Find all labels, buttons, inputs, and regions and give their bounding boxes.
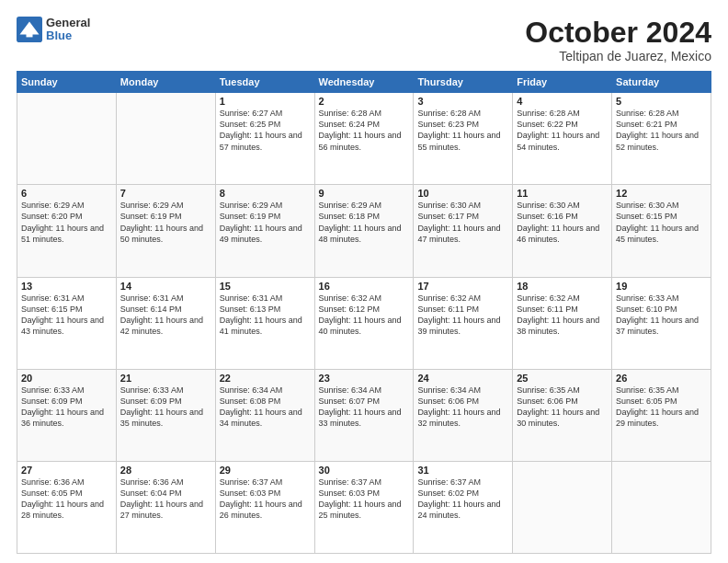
day-info: Sunrise: 6:29 AM Sunset: 6:18 PM Dayligh…	[319, 200, 410, 245]
calendar-week-1: 1Sunrise: 6:27 AM Sunset: 6:25 PM Daylig…	[17, 93, 711, 185]
day-info: Sunrise: 6:33 AM Sunset: 6:09 PM Dayligh…	[21, 385, 112, 430]
calendar-week-5: 27Sunrise: 6:36 AM Sunset: 6:05 PM Dayli…	[17, 461, 711, 553]
day-number: 16	[319, 281, 410, 292]
header-friday: Friday	[513, 72, 612, 93]
day-info: Sunrise: 6:34 AM Sunset: 6:08 PM Dayligh…	[220, 385, 311, 430]
day-info: Sunrise: 6:33 AM Sunset: 6:10 PM Dayligh…	[616, 293, 707, 338]
calendar-title: October 2024	[525, 17, 711, 49]
day-number: 30	[319, 465, 410, 476]
day-number: 18	[517, 281, 608, 292]
day-info: Sunrise: 6:32 AM Sunset: 6:12 PM Dayligh…	[319, 293, 410, 338]
day-info: Sunrise: 6:31 AM Sunset: 6:15 PM Dayligh…	[21, 293, 112, 338]
calendar-cell: 2Sunrise: 6:28 AM Sunset: 6:24 PM Daylig…	[314, 93, 414, 185]
calendar-cell: 16Sunrise: 6:32 AM Sunset: 6:12 PM Dayli…	[314, 277, 414, 369]
logo-text: General Blue	[46, 17, 90, 43]
header-wednesday: Wednesday	[314, 72, 414, 93]
calendar-cell: 27Sunrise: 6:36 AM Sunset: 6:05 PM Dayli…	[17, 461, 117, 553]
calendar-cell: 6Sunrise: 6:29 AM Sunset: 6:20 PM Daylig…	[17, 185, 117, 277]
day-info: Sunrise: 6:36 AM Sunset: 6:05 PM Dayligh…	[21, 477, 112, 522]
day-number: 13	[21, 281, 112, 292]
header-row: Sunday Monday Tuesday Wednesday Thursday…	[17, 72, 711, 93]
calendar-cell	[116, 93, 215, 185]
calendar-cell: 21Sunrise: 6:33 AM Sunset: 6:09 PM Dayli…	[116, 369, 215, 461]
day-info: Sunrise: 6:28 AM Sunset: 6:21 PM Dayligh…	[616, 108, 707, 153]
calendar-cell: 12Sunrise: 6:30 AM Sunset: 6:15 PM Dayli…	[612, 185, 711, 277]
title-block: October 2024 Teltipan de Juarez, Mexico	[525, 17, 711, 63]
day-info: Sunrise: 6:34 AM Sunset: 6:07 PM Dayligh…	[319, 385, 410, 430]
day-info: Sunrise: 6:37 AM Sunset: 6:02 PM Dayligh…	[417, 477, 508, 522]
day-info: Sunrise: 6:37 AM Sunset: 6:03 PM Dayligh…	[319, 477, 410, 522]
calendar-cell: 5Sunrise: 6:28 AM Sunset: 6:21 PM Daylig…	[612, 93, 711, 185]
day-info: Sunrise: 6:30 AM Sunset: 6:15 PM Dayligh…	[616, 200, 707, 245]
calendar-cell: 3Sunrise: 6:28 AM Sunset: 6:23 PM Daylig…	[414, 93, 513, 185]
day-info: Sunrise: 6:28 AM Sunset: 6:23 PM Dayligh…	[417, 108, 508, 153]
day-info: Sunrise: 6:29 AM Sunset: 6:19 PM Dayligh…	[120, 200, 211, 245]
day-info: Sunrise: 6:34 AM Sunset: 6:06 PM Dayligh…	[417, 385, 508, 430]
calendar-cell: 30Sunrise: 6:37 AM Sunset: 6:03 PM Dayli…	[314, 461, 414, 553]
day-number: 14	[120, 281, 211, 292]
logo-general: General	[46, 17, 90, 29]
day-number: 28	[120, 465, 211, 476]
day-number: 27	[21, 465, 112, 476]
calendar-cell: 7Sunrise: 6:29 AM Sunset: 6:19 PM Daylig…	[116, 185, 215, 277]
day-number: 4	[517, 96, 608, 107]
calendar-cell: 14Sunrise: 6:31 AM Sunset: 6:14 PM Dayli…	[116, 277, 215, 369]
logo: General Blue	[17, 17, 90, 43]
day-info: Sunrise: 6:29 AM Sunset: 6:19 PM Dayligh…	[220, 200, 311, 245]
calendar-week-4: 20Sunrise: 6:33 AM Sunset: 6:09 PM Dayli…	[17, 369, 711, 461]
day-number: 29	[220, 465, 311, 476]
header-sunday: Sunday	[17, 72, 117, 93]
calendar-cell: 31Sunrise: 6:37 AM Sunset: 6:02 PM Dayli…	[414, 461, 513, 553]
calendar-cell: 11Sunrise: 6:30 AM Sunset: 6:16 PM Dayli…	[513, 185, 612, 277]
day-number: 10	[417, 188, 508, 199]
day-number: 9	[319, 188, 410, 199]
calendar-body: 1Sunrise: 6:27 AM Sunset: 6:25 PM Daylig…	[17, 93, 711, 554]
day-info: Sunrise: 6:29 AM Sunset: 6:20 PM Dayligh…	[21, 200, 112, 245]
calendar-cell: 28Sunrise: 6:36 AM Sunset: 6:04 PM Dayli…	[116, 461, 215, 553]
day-number: 12	[616, 188, 707, 199]
day-info: Sunrise: 6:33 AM Sunset: 6:09 PM Dayligh…	[120, 385, 211, 430]
calendar-cell: 26Sunrise: 6:35 AM Sunset: 6:05 PM Dayli…	[612, 369, 711, 461]
day-number: 26	[616, 373, 707, 384]
calendar-cell	[513, 461, 612, 553]
calendar-cell: 23Sunrise: 6:34 AM Sunset: 6:07 PM Dayli…	[314, 369, 414, 461]
day-number: 15	[220, 281, 311, 292]
day-number: 22	[220, 373, 311, 384]
day-info: Sunrise: 6:28 AM Sunset: 6:22 PM Dayligh…	[517, 108, 608, 153]
calendar-cell: 15Sunrise: 6:31 AM Sunset: 6:13 PM Dayli…	[215, 277, 314, 369]
logo-icon	[17, 17, 42, 42]
day-number: 24	[417, 373, 508, 384]
day-number: 7	[120, 188, 211, 199]
day-number: 11	[517, 188, 608, 199]
calendar-cell	[612, 461, 711, 553]
calendar-cell: 22Sunrise: 6:34 AM Sunset: 6:08 PM Dayli…	[215, 369, 314, 461]
calendar-cell: 1Sunrise: 6:27 AM Sunset: 6:25 PM Daylig…	[215, 93, 314, 185]
day-info: Sunrise: 6:28 AM Sunset: 6:24 PM Dayligh…	[319, 108, 410, 153]
day-number: 19	[616, 281, 707, 292]
calendar-table: Sunday Monday Tuesday Wednesday Thursday…	[17, 71, 711, 554]
day-info: Sunrise: 6:30 AM Sunset: 6:17 PM Dayligh…	[417, 200, 508, 245]
header-thursday: Thursday	[414, 72, 513, 93]
day-number: 17	[417, 281, 508, 292]
day-number: 1	[220, 96, 311, 107]
calendar-cell: 4Sunrise: 6:28 AM Sunset: 6:22 PM Daylig…	[513, 93, 612, 185]
day-info: Sunrise: 6:36 AM Sunset: 6:04 PM Dayligh…	[120, 477, 211, 522]
calendar-week-3: 13Sunrise: 6:31 AM Sunset: 6:15 PM Dayli…	[17, 277, 711, 369]
day-number: 3	[417, 96, 508, 107]
calendar-cell	[17, 93, 117, 185]
day-info: Sunrise: 6:32 AM Sunset: 6:11 PM Dayligh…	[417, 293, 508, 338]
day-info: Sunrise: 6:37 AM Sunset: 6:03 PM Dayligh…	[220, 477, 311, 522]
calendar-cell: 19Sunrise: 6:33 AM Sunset: 6:10 PM Dayli…	[612, 277, 711, 369]
day-info: Sunrise: 6:31 AM Sunset: 6:13 PM Dayligh…	[220, 293, 311, 338]
day-number: 8	[220, 188, 311, 199]
svg-rect-2	[27, 31, 33, 38]
calendar-cell: 8Sunrise: 6:29 AM Sunset: 6:19 PM Daylig…	[215, 185, 314, 277]
day-info: Sunrise: 6:30 AM Sunset: 6:16 PM Dayligh…	[517, 200, 608, 245]
day-number: 5	[616, 96, 707, 107]
day-number: 6	[21, 188, 112, 199]
logo-blue: Blue	[46, 29, 90, 42]
day-info: Sunrise: 6:31 AM Sunset: 6:14 PM Dayligh…	[120, 293, 211, 338]
header-saturday: Saturday	[612, 72, 711, 93]
calendar-cell: 17Sunrise: 6:32 AM Sunset: 6:11 PM Dayli…	[414, 277, 513, 369]
header-tuesday: Tuesday	[215, 72, 314, 93]
